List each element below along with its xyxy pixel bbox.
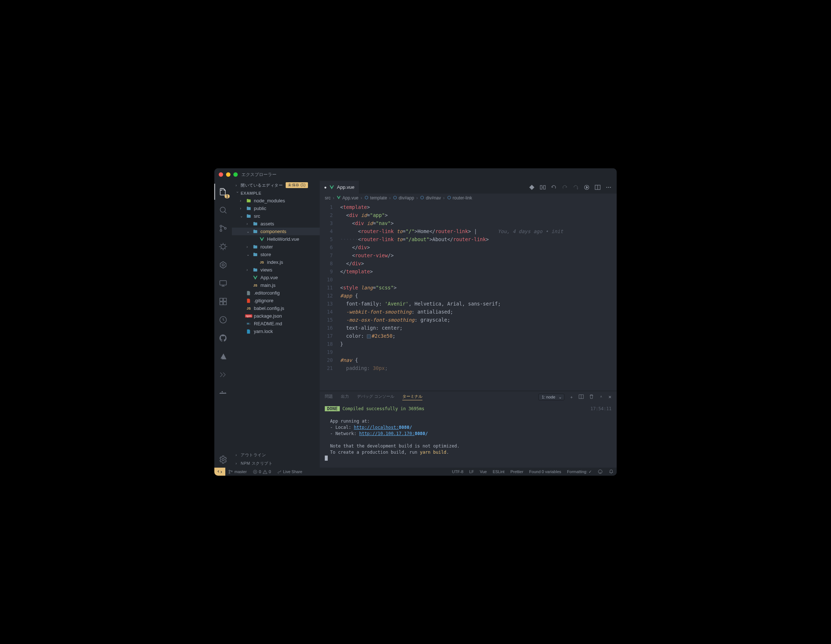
remote-explorer-icon[interactable] xyxy=(214,275,232,291)
tree-item[interactable]: ›node_modules xyxy=(232,197,320,204)
svg-point-17 xyxy=(222,459,224,461)
maximize-window-button[interactable] xyxy=(233,172,238,177)
svg-rect-8 xyxy=(220,298,223,301)
split-editor-icon[interactable] xyxy=(595,185,600,190)
close-panel-icon[interactable]: ✕ xyxy=(608,395,611,400)
explorer-icon[interactable]: 1 xyxy=(214,184,232,200)
status-eslint[interactable]: ESLint xyxy=(490,468,507,476)
debug-icon[interactable] xyxy=(214,239,232,255)
next-change-icon[interactable] xyxy=(573,185,579,190)
status-language[interactable]: Vue xyxy=(477,468,490,476)
tree-item[interactable]: ⌄components xyxy=(232,228,320,235)
svg-point-6 xyxy=(222,264,224,266)
block-icon xyxy=(420,195,424,201)
tab-app-vue[interactable]: ● App.vue xyxy=(320,181,359,194)
extensions-icon[interactable] xyxy=(214,293,232,309)
liveshare-icon[interactable] xyxy=(214,367,232,383)
tree-item-label: package.json xyxy=(254,313,282,319)
tree-item[interactable]: JSmain.js xyxy=(232,281,320,289)
tree-item[interactable]: JSbabel.config.js xyxy=(232,304,320,312)
tree-item[interactable]: ⌄store xyxy=(232,251,320,258)
breadcrumb-item[interactable]: div#app xyxy=(393,195,414,201)
more-icon[interactable] xyxy=(606,185,611,190)
status-variables[interactable]: Found 0 variables xyxy=(526,468,564,476)
svg-rect-16 xyxy=(222,391,223,392)
kubernetes-icon[interactable] xyxy=(214,257,232,273)
tree-item[interactable]: JSindex.js xyxy=(232,258,320,266)
new-terminal-icon[interactable]: ＋ xyxy=(570,394,573,400)
status-formatting[interactable]: Formatting: ✓ xyxy=(564,468,595,476)
run-icon[interactable] xyxy=(584,185,590,190)
terminal-select[interactable]: 1: node ⌄ xyxy=(538,394,564,400)
compare-icon[interactable] xyxy=(540,185,546,190)
folder-icon xyxy=(252,244,258,250)
source-control-icon[interactable] xyxy=(214,220,232,236)
search-icon[interactable] xyxy=(214,202,232,218)
diamond-icon[interactable] xyxy=(529,185,535,190)
open-editors-header[interactable]: › 開いているエディター 未保存 (1) xyxy=(232,181,320,190)
npm-scripts-header[interactable]: › NPM スクリプト xyxy=(232,459,320,468)
breadcrumb-item[interactable]: App.vue xyxy=(336,195,358,201)
tree-item[interactable]: M↓README.md xyxy=(232,320,320,327)
prev-change-icon[interactable] xyxy=(562,185,568,190)
workspace-header[interactable]: › EXAMPLE xyxy=(232,190,320,197)
unsaved-badge: 未保存 (1) xyxy=(286,182,308,188)
github-icon[interactable] xyxy=(214,330,232,346)
editor-group: ● App.vue xyxy=(320,181,617,468)
revert-icon[interactable] xyxy=(551,185,557,190)
markdown-icon: M↓ xyxy=(246,322,252,325)
outline-header[interactable]: › アウトライン xyxy=(232,451,320,459)
azure-icon[interactable] xyxy=(214,348,232,365)
status-bell-icon[interactable] xyxy=(606,468,617,476)
tree-item[interactable]: yarn.lock xyxy=(232,327,320,335)
tree-item-label: public xyxy=(254,206,266,211)
close-window-button[interactable] xyxy=(219,172,223,177)
chevron-icon: ⌄ xyxy=(247,252,250,257)
breadcrumb-item[interactable]: div#nav xyxy=(420,195,441,201)
tree-item[interactable]: .editorconfig xyxy=(232,289,320,297)
status-prettier[interactable]: Prettier xyxy=(507,468,526,476)
tree-item[interactable]: .gitignore xyxy=(232,297,320,304)
tree-item[interactable]: App.vue xyxy=(232,274,320,281)
chevron-icon: › xyxy=(247,222,250,226)
panel-tab-terminal[interactable]: ターミナル xyxy=(402,394,422,400)
remote-indicator[interactable] xyxy=(214,468,225,476)
status-live-share[interactable]: Live Share xyxy=(274,468,306,476)
trash-icon[interactable] xyxy=(589,394,594,400)
tree-item[interactable]: ›router xyxy=(232,243,320,251)
status-problems[interactable]: 0 0 xyxy=(250,468,274,476)
folder-icon xyxy=(252,222,258,226)
tree-item[interactable]: ⌄src xyxy=(232,212,320,220)
tree-item[interactable]: ›assets xyxy=(232,220,320,228)
tree-item[interactable]: ›public xyxy=(232,204,320,212)
tree-item[interactable]: ›views xyxy=(232,266,320,274)
panel-tab-debug[interactable]: デバッグ コンソール xyxy=(357,394,394,400)
terminal-body[interactable]: DONE Compiled successfully in 3695ms17:5… xyxy=(320,403,617,468)
panel-tab-problems[interactable]: 問題 xyxy=(325,394,333,400)
split-terminal-icon[interactable] xyxy=(579,394,584,400)
svg-point-23 xyxy=(608,187,609,188)
breadcrumbs[interactable]: src›App.vue›template›div#app›div#nav›rou… xyxy=(320,194,617,202)
tree-item[interactable]: HelloWorld.vue xyxy=(232,235,320,243)
panel-tab-output[interactable]: 出力 xyxy=(341,394,349,400)
docker-icon[interactable] xyxy=(214,385,232,401)
maximize-panel-icon[interactable]: ＾ xyxy=(599,394,603,400)
clock-icon[interactable] xyxy=(214,312,232,328)
svg-point-4 xyxy=(221,244,225,249)
code-editor[interactable]: 123456789101112131415161718192021 <templ… xyxy=(320,202,617,391)
file-icon xyxy=(246,298,252,303)
minimize-window-button[interactable] xyxy=(226,172,231,177)
js-icon: JS xyxy=(252,284,258,287)
breadcrumb-item[interactable]: src xyxy=(325,195,331,201)
status-eol[interactable]: LF xyxy=(466,468,477,476)
settings-gear-icon[interactable] xyxy=(214,451,232,468)
breadcrumb-item[interactable]: template xyxy=(364,195,387,201)
tree-item-label: components xyxy=(260,229,287,234)
status-encoding[interactable]: UTF-8 xyxy=(449,468,466,476)
breadcrumb-item[interactable]: router-link xyxy=(447,195,472,201)
workspace-name: EXAMPLE xyxy=(241,191,261,195)
status-branch[interactable]: master xyxy=(225,468,250,476)
status-feedback-icon[interactable] xyxy=(595,468,606,476)
tree-item[interactable]: npmpackage.json xyxy=(232,312,320,320)
chevron-right-icon: › xyxy=(236,453,239,457)
